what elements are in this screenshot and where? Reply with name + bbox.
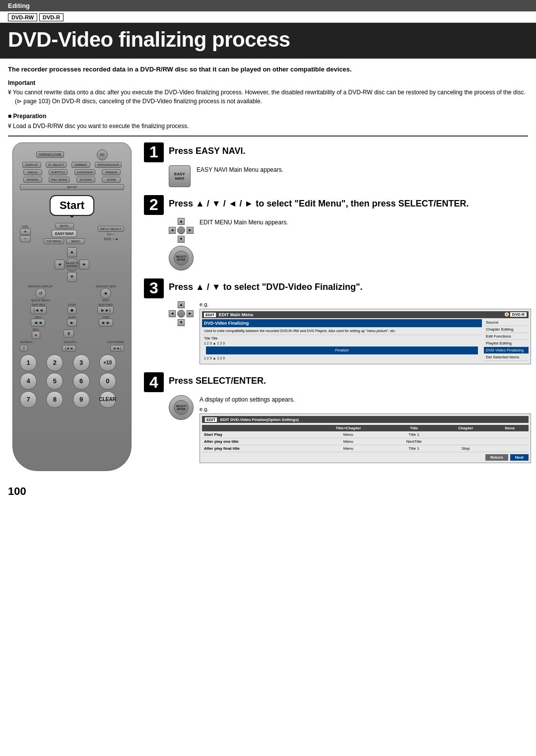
open-close-btn[interactable]: OPEN/CLOSE <box>36 151 64 158</box>
easy-navi-btn[interactable]: EASY NAVI <box>52 230 77 237</box>
return-btn[interactable]: Return <box>485 454 508 461</box>
play-col: PLAY ► <box>67 316 77 327</box>
skip-fwd-btn[interactable]: ►►| <box>97 306 113 314</box>
section-divider <box>8 136 528 137</box>
input-select-btn[interactable]: INPUT SELECT <box>98 226 124 232</box>
num-1-btn[interactable]: 1 <box>20 354 37 371</box>
num-6-btn[interactable]: 6 <box>73 373 90 390</box>
step-1-header: 1 Press EASY NAVI. <box>144 142 531 162</box>
step-1-icon: EASYNAVI <box>169 165 191 187</box>
fl-select-btn[interactable]: FL SELECT <box>46 162 67 168</box>
stop-btn[interactable]: ■ <box>67 306 76 314</box>
angle-btn[interactable]: ANGLE <box>23 169 42 175</box>
screen-main-desc: Used to crete compatibility between the … <box>202 328 482 335</box>
col-label <box>202 425 309 431</box>
setup-btn[interactable]: SETUP <box>20 184 124 190</box>
search-row: SEARCH - ADJUST+ CHP DIVIDE <box>20 341 124 344</box>
step-1-number: 1 <box>144 142 164 162</box>
dvdr-badge: DVD-R <box>39 13 64 21</box>
screen-header: EDIT EDIT Main Menu 📀 DVD-R <box>202 311 529 318</box>
preparation-section: Preparation ¥ Load a DVD-R/RW disc you w… <box>0 110 536 136</box>
top-menu-btn[interactable]: TOP MENU <box>44 238 64 244</box>
row3-col3: Stop <box>440 445 491 452</box>
step-4-text: A display of option settings appears. e.… <box>200 395 531 463</box>
fwd-btn[interactable]: ►► <box>99 319 114 327</box>
step-2-desc: EDIT MENU Main Menu appears. <box>200 218 531 227</box>
progressive-btn[interactable]: PROGRESSIVE <box>95 162 122 168</box>
nav-down-img-3: ▼ <box>178 319 185 326</box>
menu-btn[interactable]: MENU <box>66 238 85 244</box>
rec-btn[interactable]: ● <box>32 331 40 339</box>
num-0-btn[interactable]: 0 <box>99 373 116 390</box>
nav-left-btn[interactable]: ◄ <box>55 260 65 270</box>
play-btn[interactable]: ► <box>67 319 77 327</box>
intro-section: The recorder processes recorded data in … <box>0 59 536 76</box>
num-3-btn[interactable]: 3 <box>73 354 90 371</box>
num-4-btn[interactable]: 4 <box>20 373 37 390</box>
finalize-btn: Finalize <box>206 346 478 354</box>
nav-down-btn[interactable]: ▼ <box>67 272 77 282</box>
vol-up-btn[interactable]: + <box>20 228 31 235</box>
step-4-body: SELECT/ENTER A display of option setting… <box>144 395 531 463</box>
pause-btn[interactable]: ⏸ <box>64 330 74 338</box>
select-enter-img: SELECT/ENTER <box>169 246 194 271</box>
num-5-btn[interactable]: 5 <box>46 373 63 390</box>
clear-btn[interactable]: CLEAR <box>99 391 116 408</box>
row1-label: Start Play <box>202 431 309 438</box>
remain-btn[interactable]: REMAIN <box>23 177 42 183</box>
mute-btn[interactable]: MUTE <box>55 223 74 229</box>
instant-replay-btn[interactable]: ↺ <box>35 288 46 299</box>
search-fwd-btn[interactable]: ►►| <box>110 345 124 351</box>
screen-left-panel: DVD-Video Finalizing Used to crete compa… <box>202 319 482 362</box>
row1-col3 <box>440 431 491 438</box>
audio-sap-btn[interactable]: AUDIO/SAP <box>74 169 96 175</box>
dimmer-btn[interactable]: DIMMER <box>71 162 90 168</box>
adjust-label: - ADJUST+ <box>62 341 77 344</box>
subtitle-btn[interactable]: SUBTITLE <box>49 169 68 175</box>
dvdrw-badge: DVD-RW <box>8 13 37 21</box>
step-3-icon: ▲ ▼ ◄ ► <box>169 301 194 326</box>
page-title: DVD-Video finalizing process <box>0 23 536 59</box>
skip-rev-btn[interactable]: |◄◄ <box>30 306 46 314</box>
important-section: Important ¥ You cannot rewrite data onto… <box>0 76 536 110</box>
rev-col: REV ◄◄ <box>31 316 46 327</box>
num-9-btn[interactable]: 9 <box>73 391 90 408</box>
power-btn[interactable]: I/O <box>97 149 108 160</box>
remote-container: OPEN/CLOSE I/O DISPLAY FL SELECT DIMMER … <box>5 140 139 472</box>
next-btn[interactable]: Next <box>510 454 529 461</box>
instant-replay-col: INSTANT REPLAY ↺ QUICK MENU <box>28 285 53 302</box>
extend-btn[interactable]: EXTEND <box>76 177 95 183</box>
row3-label: After play final title <box>202 445 309 452</box>
tv-dvd-row: TOP MENU MENU <box>44 238 85 244</box>
display-btn[interactable]: DISPLAY <box>22 162 41 168</box>
nav-right-img-3: ► <box>187 310 194 317</box>
nav-up-btn[interactable]: ▲ <box>67 247 77 257</box>
start-bubble-container: Start <box>20 193 124 218</box>
search-rev-btn[interactable]: |◄◄ <box>62 345 76 351</box>
nav-right-btn[interactable]: ► <box>79 260 89 270</box>
num-8-btn[interactable]: 8 <box>46 391 63 408</box>
vol-down-btn[interactable]: − <box>20 235 31 242</box>
step-4-title: Press SELECT/ENTER. <box>169 372 266 387</box>
nav-cross-container: ▲ ▼ ◄ ► SELECT/ENTER <box>20 247 124 282</box>
zoom-btn[interactable]: ZOOM <box>102 177 121 183</box>
t-btn[interactable]: T <box>20 345 28 351</box>
num-7-btn[interactable]: 7 <box>20 391 37 408</box>
title-items-row: 1 2 3 ▲ 1 2 3 <box>204 341 480 346</box>
rev-btn[interactable]: ◄◄ <box>31 319 46 327</box>
nav-center-img-3 <box>177 310 185 318</box>
step-4-eg: e.g. <box>200 406 531 412</box>
num-2-btn[interactable]: 2 <box>46 354 63 371</box>
instant-skip-btn[interactable]: ★ <box>100 288 111 299</box>
num-plus10-btn[interactable]: +10 <box>99 354 116 371</box>
remote-display-row: DISPLAY FL SELECT DIMMER PROGRESSIVE <box>20 162 124 168</box>
step-1-desc: EASY NAVI Main Menu appears. <box>197 165 531 174</box>
step-4-icon: SELECT/ENTER <box>169 395 194 420</box>
rec-mode-btn[interactable]: REC MODE <box>49 177 69 183</box>
step-3-text: e.g. EDIT EDIT Main Menu 📀 DVD-R <box>200 301 531 365</box>
select-enter-btn[interactable]: SELECT/ENTER <box>65 258 79 272</box>
instant-row: INSTANT REPLAY ↺ QUICK MENU INSTANT SKIP… <box>20 285 124 302</box>
step-2: 2 Press ▲ / ▼ / ◄ / ► to select "Edit Me… <box>144 195 531 271</box>
freeze-btn[interactable]: FREEZE <box>102 169 121 175</box>
options-table: Title+Chapter Title Chapter None Start P… <box>202 425 529 452</box>
